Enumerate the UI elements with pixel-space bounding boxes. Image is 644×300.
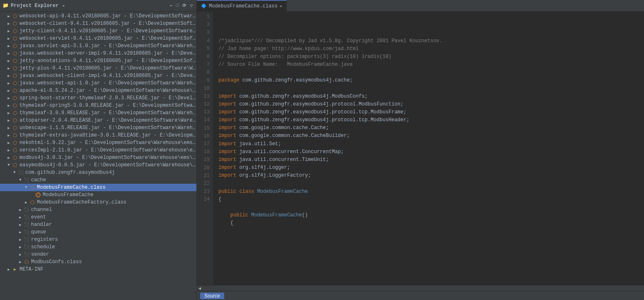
tree-toggle-icon[interactable]: ▶: [6, 148, 12, 153]
tree-item-icon: ⬡: [12, 103, 18, 109]
tree-toggle-icon[interactable]: ▶: [17, 245, 23, 250]
tree-toggle-icon[interactable]: ▶: [6, 96, 12, 101]
tree-item-pkg-registers[interactable]: ▶⬛registers: [0, 236, 196, 243]
tree-toggle-icon[interactable]: ▶: [6, 156, 12, 160]
editor-content: 123456789101112131415161718192021222324 …: [197, 12, 644, 285]
tree-toggle-icon[interactable]: ▼: [17, 178, 23, 182]
tree-item-ws-api[interactable]: ▶⬡websocket-api-9.4.11.v20180605.jar - E…: [0, 12, 196, 20]
tree-item-icon: ⬛: [23, 245, 30, 250]
tree-item-pkg-handler[interactable]: ▶⬛handler: [0, 221, 196, 228]
tree-toggle-icon[interactable]: ▼: [23, 185, 29, 190]
tree-toggle-icon[interactable]: ▶: [17, 252, 23, 257]
tree-item-ModebusFrameCacheFactory-class[interactable]: ▶⬡ModebusFrameCacheFactory.class: [0, 199, 196, 206]
tree-item-pkg-sender[interactable]: ▶⬛sender: [0, 251, 196, 258]
tree-toggle-icon[interactable]: ▶: [17, 208, 23, 212]
tree-toggle-icon[interactable]: ▶: [6, 44, 12, 48]
tree-toggle-icon[interactable]: ▶: [17, 215, 23, 220]
tree-toggle-icon[interactable]: ▶: [17, 230, 23, 235]
tree-item-icon: ⬡: [12, 13, 18, 19]
scroll-left-icon[interactable]: ◀: [199, 286, 201, 291]
tree-toggle-icon[interactable]: ▶: [17, 260, 23, 264]
tree-item-icon: ⬡: [29, 199, 36, 206]
tree-toggle-icon[interactable]: ▶: [6, 141, 12, 145]
tree-toggle-icon[interactable]: ▶: [6, 36, 12, 41]
tree-item-icon: ⬡: [12, 80, 18, 86]
tree-item-pkg-com[interactable]: ▼⬛com.github.zengfr.easymodbus4j: [0, 169, 196, 176]
tree-toggle-icon[interactable]: ▶: [6, 51, 12, 56]
tree-item-unbescape[interactable]: ▶⬡unbescape-1.1.5.RELEASE.jar - E:\Devel…: [0, 124, 196, 132]
tree-item-pkg-schedule[interactable]: ▶⬛schedule: [0, 243, 196, 251]
tree-item-jetty-client[interactable]: ▶⬡jetty-client-9.4.11.v20180605.jar - E:…: [0, 27, 196, 35]
minimize-panel-btn[interactable]: —: [168, 2, 174, 9]
tree-toggle-icon[interactable]: ▶: [6, 81, 12, 86]
tree-item-ModbusConfs-class[interactable]: ▶⬡ModbusConfs.class: [0, 258, 196, 266]
tree-toggle-icon[interactable]: ▶: [6, 111, 12, 115]
tree-container[interactable]: ▶⬡websocket-api-9.4.11.v20180605.jar - E…: [0, 12, 196, 300]
tree-toggle-icon[interactable]: ▶: [23, 200, 29, 205]
tree-toggle-icon[interactable]: ▶: [6, 133, 12, 138]
tree-item-nekohtml[interactable]: ▶⬡nekohtml-1.9.22.jar - E:\DevelopmentSo…: [0, 139, 196, 146]
tree-item-pkg-queue[interactable]: ▶⬛queue: [0, 228, 196, 236]
tree-item-label: cache: [31, 177, 196, 183]
tree-item-label: easymodbus4j-0.0.5.jar - E:\DevelopmentS…: [19, 162, 196, 168]
tree-item-modbus4j[interactable]: ▶⬡modbus4j-3.0.3.jar - E:\DevelopmentSof…: [0, 154, 196, 161]
tree-toggle-icon[interactable]: ▶: [6, 59, 12, 63]
source-button[interactable]: Source: [200, 293, 224, 299]
tree-item-label: websocket-api-9.4.11.v20180605.jar - E:\…: [19, 13, 196, 19]
tree-toggle-icon[interactable]: ▶: [6, 66, 12, 71]
sync-btn[interactable]: ⟳: [181, 2, 187, 9]
tree-item-label: modbus4j-3.0.3.jar - E:\DevelopmentSoftw…: [19, 155, 196, 161]
tree-toggle-icon[interactable]: ▶: [17, 223, 23, 227]
tree-item-jetty-plus[interactable]: ▶⬡jetty-plus-9.4.11.v20180605.jar - E:\D…: [0, 65, 196, 72]
tree-toggle-icon[interactable]: ▶: [6, 14, 12, 19]
code-area[interactable]: /*jadclipse*/// Decompiled by Jad v1.5.8…: [213, 12, 644, 285]
tree-item-ws-client[interactable]: ▶⬡websocket-client-9.4.11.v20180605.jar …: [0, 20, 196, 27]
tree-item-ModebusFrameCache-class[interactable]: ▼⬡ModebusFrameCache.class: [0, 184, 196, 191]
tree-item-easymodbus4j[interactable]: ▼⬡easymodbus4j-0.0.5.jar - E:\Developmen…: [0, 161, 196, 169]
tree-toggle-icon[interactable]: ▶: [6, 118, 12, 123]
tree-item-label: websocket-servlet-9.4.11.v20180605.jar -…: [19, 36, 196, 41]
tree-toggle-icon[interactable]: ▶: [6, 267, 12, 272]
tree-item-thymeleaf-spring5[interactable]: ▶⬡thymeleaf-spring5-3.0.9.RELEASE.jar - …: [0, 102, 196, 109]
tree-item-ModebusFrameCache-iface[interactable]: CModebusFrameCache: [0, 191, 196, 199]
tree-item-ws-servlet[interactable]: ▶⬡websocket-servlet-9.4.11.v20180605.jar…: [0, 35, 196, 42]
tree-item-xercesimpl[interactable]: ▶⬡xercesImpl-2.11.0.jar - E:\Development…: [0, 146, 196, 154]
tree-item-pkg-cache[interactable]: ▼⬛cache: [0, 176, 196, 184]
tree-item-attoparser[interactable]: ▶⬡attoparser-2.0.4.RELEASE.jar - E:\Deve…: [0, 117, 196, 124]
tree-item-apache-el[interactable]: ▶⬡apache-el-8.5.24.2.jar - E:\Developmen…: [0, 87, 196, 94]
tree-item-icon: ⬡: [12, 132, 18, 139]
collapse-btn[interactable]: ▽: [189, 2, 194, 9]
tree-item-thymeleaf[interactable]: ▶⬡thymeleaf-3.0.9.RELEASE.jar - E:\Devel…: [0, 109, 196, 117]
tree-item-pkg-channel[interactable]: ▶⬛channel: [0, 206, 196, 214]
tree-item-spring-thymeleaf[interactable]: ▶⬡spring-boot-starter-thymeleaf-2.0.3.RE…: [0, 94, 196, 102]
tree-toggle-icon[interactable]: ▶: [6, 74, 12, 78]
tree-toggle-icon[interactable]: ▼: [6, 163, 12, 167]
tree-item-icon: ⬛: [17, 170, 24, 175]
tab-close-icon[interactable]: ✕: [280, 4, 282, 9]
tree-toggle-icon[interactable]: ▶: [6, 103, 12, 108]
tree-item-javax-servlet[interactable]: ▶⬡javax.servlet-api-3.1.0.jar - E:\Devel…: [0, 42, 196, 50]
line-number: 21: [199, 172, 210, 180]
tree-toggle-icon[interactable]: ▶: [6, 29, 12, 34]
maximize-panel-btn[interactable]: □: [175, 2, 180, 9]
tree-toggle-icon[interactable]: ▶: [6, 89, 12, 93]
tree-item-thymeleaf-extras[interactable]: ▶⬡thymeleaf-extras-java8time-3.0.1.RELEA…: [0, 132, 196, 139]
editor-tab-active[interactable]: 🔷 ModebusFrameCache.class ✕: [197, 0, 287, 11]
tree-item-javax-ws-api[interactable]: ▶⬡javax.websocket-api-1.0.jar - E:\Devel…: [0, 79, 196, 87]
close-icon[interactable]: ✕: [62, 3, 65, 8]
horizontal-scrollbar[interactable]: ◀: [197, 285, 644, 291]
tree-item-javax-ws-server[interactable]: ▶⬡javax.websocket-server-impl-9.4.11.v20…: [0, 50, 196, 57]
tree-item-javax-ws-client[interactable]: ▶⬡javax.websocket-client-impl-9.4.11.v20…: [0, 72, 196, 79]
tree-toggle-icon[interactable]: ▶: [6, 22, 12, 26]
code-line: import java.util.concurrent.ConcurrentMa…: [218, 148, 644, 156]
tree-item-meta-inf[interactable]: ▶▶META-INF: [0, 266, 196, 273]
tree-item-pkg-event[interactable]: ▶⬛event: [0, 214, 196, 221]
tree-toggle-icon[interactable]: ▼: [12, 170, 17, 175]
code-line: [218, 204, 644, 211]
tree-toggle-icon[interactable]: ▶: [17, 238, 23, 242]
tree-item-jetty-anno[interactable]: ▶⬡jetty-annotations-9.4.11.v20180605.jar…: [0, 57, 196, 65]
code-line: package com.github.zengfr.easymodbus4j.c…: [218, 77, 644, 84]
tree-item-label: jetty-client-9.4.11.v20180605.jar - E:\D…: [19, 28, 196, 34]
tree-toggle-icon[interactable]: ▶: [6, 126, 12, 130]
tree-item-label: META-INF: [19, 266, 196, 272]
